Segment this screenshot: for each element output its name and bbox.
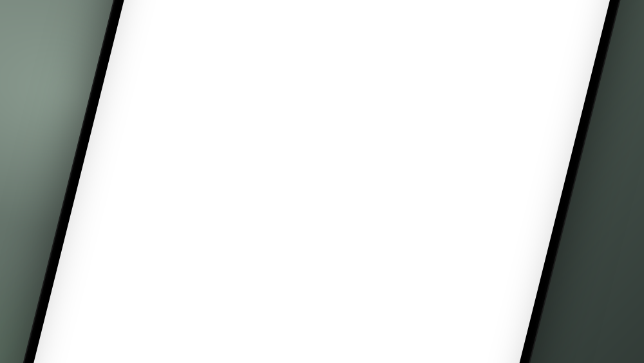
signup-content: STEP 1 OF 3 Enter your email and passwor… bbox=[137, 0, 644, 62]
form-label: Create your account. bbox=[158, 0, 578, 57]
